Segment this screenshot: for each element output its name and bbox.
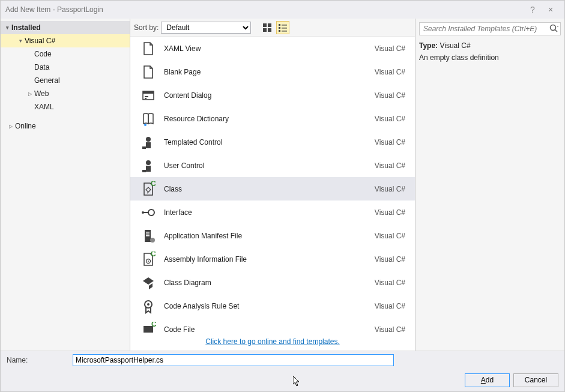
sortby-label: Sort by: <box>134 23 159 32</box>
template-label: Application Manifest File <box>160 232 375 240</box>
view-large-icons-button[interactable] <box>261 21 274 34</box>
svg-rect-20 <box>142 170 146 172</box>
window-title: Add New Item - PassportLogin <box>5 5 524 14</box>
template-row[interactable]: Code Analysis Rule Set Visual C# <box>130 294 415 318</box>
template-icon <box>136 228 160 244</box>
list-icon <box>279 23 287 32</box>
tree-label: Code <box>34 50 52 58</box>
sortby-dropdown[interactable]: Default <box>161 22 251 34</box>
template-label: Code File <box>160 325 375 333</box>
tree-node-installed[interactable]: ▾ Installed <box>1 21 130 34</box>
template-label: Interface <box>160 208 375 217</box>
svg-rect-11 <box>143 91 154 94</box>
tree-label: Installed <box>11 23 41 32</box>
svg-point-28 <box>150 238 155 243</box>
chevron-right-icon: ▷ <box>7 124 15 129</box>
tree-label: General <box>34 76 60 85</box>
add-button[interactable]: Add <box>465 373 510 387</box>
search-icon[interactable] <box>549 23 558 33</box>
svg-rect-7 <box>282 28 287 29</box>
view-list-button[interactable] <box>276 21 289 34</box>
template-row[interactable]: Application Manifest File Visual C# <box>130 224 415 247</box>
add-button-rest: dd <box>486 376 494 384</box>
search-input[interactable] <box>419 22 561 35</box>
tree-node-code[interactable]: ▸Code <box>1 47 130 61</box>
template-row[interactable]: Templated Control Visual C# <box>130 130 415 154</box>
template-tech: Visual C# <box>375 255 409 264</box>
template-tech: Visual C# <box>375 302 409 310</box>
template-row[interactable]: Interface Visual C# <box>130 201 415 224</box>
svg-rect-4 <box>279 24 280 26</box>
template-row[interactable]: Blank Page Visual C# <box>130 60 415 83</box>
template-icon: C# <box>136 181 160 197</box>
tree-label: Data <box>34 63 49 71</box>
tree-label: Web <box>34 89 49 98</box>
cancel-button[interactable]: Cancel <box>513 373 558 387</box>
template-icon <box>136 111 160 127</box>
template-label: Blank Page <box>160 68 375 76</box>
template-tech: Visual C# <box>375 208 409 217</box>
close-button[interactable]: × <box>542 5 560 14</box>
help-button[interactable]: ? <box>524 5 542 14</box>
template-tech: Visual C# <box>375 279 409 287</box>
svg-point-31 <box>148 261 149 262</box>
template-tech: Visual C# <box>375 68 409 76</box>
template-icon <box>136 88 160 103</box>
svg-point-24 <box>142 211 144 214</box>
tree-node-online[interactable]: ▷ Online <box>1 119 130 133</box>
tree-node-web[interactable]: ▷ Web <box>1 87 130 100</box>
template-tech: Visual C# <box>375 91 409 100</box>
svg-rect-13 <box>145 98 147 99</box>
svg-rect-5 <box>282 25 287 26</box>
template-label: Templated Control <box>160 138 375 146</box>
template-list[interactable]: XAML View Visual C# Blank Page Visual C#… <box>130 37 415 333</box>
svg-rect-8 <box>279 30 280 32</box>
category-tree: ▾ Installed ▾ Visual C# ▸Code ▸Data ▸Gen… <box>1 19 130 351</box>
template-label: XAML View <box>160 44 375 53</box>
online-templates-link[interactable]: Click here to go online and find templat… <box>205 337 339 346</box>
svg-rect-3 <box>268 28 271 32</box>
template-icon <box>136 134 160 150</box>
svg-point-18 <box>146 160 151 165</box>
template-tech: Visual C# <box>375 44 409 53</box>
template-label: User Control <box>160 161 375 170</box>
name-label: Name: <box>7 356 67 364</box>
grid-icon <box>263 23 271 32</box>
chevron-down-icon: ▾ <box>3 25 11 31</box>
template-row[interactable]: User Control Visual C# <box>130 154 415 177</box>
template-row[interactable]: C# Class Visual C# <box>130 177 415 201</box>
tree-node-xaml[interactable]: ▸XAML <box>1 100 130 113</box>
svg-rect-2 <box>263 28 267 32</box>
svg-line-37 <box>555 29 557 32</box>
svg-point-15 <box>146 137 151 142</box>
template-label: Resource Dictionary <box>160 115 375 123</box>
template-row[interactable]: C# Code File Visual C# <box>130 318 415 333</box>
tree-node-visual-csharp[interactable]: ▾ Visual C# <box>1 34 130 47</box>
tree-node-general[interactable]: ▸General <box>1 74 130 87</box>
svg-rect-9 <box>282 31 287 32</box>
template-row[interactable]: C# Assembly Information File Visual C# <box>130 247 415 271</box>
svg-text:C#: C# <box>151 322 156 328</box>
svg-rect-12 <box>145 96 148 97</box>
template-row[interactable]: Resource Dictionary Visual C# <box>130 107 415 130</box>
template-label: Class Diagram <box>160 279 375 287</box>
template-tech: Visual C# <box>375 115 409 123</box>
template-icon <box>136 64 160 80</box>
template-row[interactable]: Class Diagram Visual C# <box>130 271 415 294</box>
svg-point-33 <box>147 303 150 306</box>
svg-point-22 <box>148 210 154 216</box>
name-input[interactable] <box>73 354 394 366</box>
template-label: Assembly Information File <box>160 255 375 264</box>
template-label: Class <box>160 185 375 193</box>
tree-node-data[interactable]: ▸Data <box>1 61 130 74</box>
template-tech: Visual C# <box>375 161 409 170</box>
svg-rect-19 <box>146 166 151 172</box>
template-row[interactable]: XAML View Visual C# <box>130 37 415 60</box>
template-icon <box>136 41 160 56</box>
template-tech: Visual C# <box>375 232 409 240</box>
svg-rect-26 <box>146 234 150 235</box>
svg-rect-6 <box>279 27 280 29</box>
svg-text:C#: C# <box>151 252 156 258</box>
template-tech: Visual C# <box>375 138 409 146</box>
template-row[interactable]: Content Dialog Visual C# <box>130 83 415 107</box>
